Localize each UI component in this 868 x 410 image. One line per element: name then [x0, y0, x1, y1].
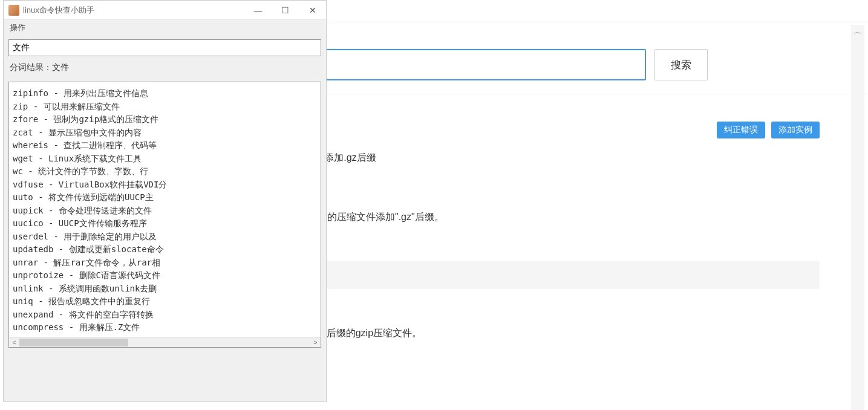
list-item[interactable]: uupick - 命令处理传送进来的文件 — [13, 204, 317, 218]
correct-error-button[interactable]: 纠正错误 — [717, 122, 765, 138]
list-item[interactable]: userdel - 用于删除给定的用户以及 — [13, 230, 317, 244]
maximize-button[interactable]: ☐ — [272, 1, 299, 20]
list-item[interactable]: zip - 可以用来解压缩文件 — [13, 100, 317, 114]
add-example-button[interactable]: 添加实例 — [771, 122, 820, 138]
list-item[interactable]: zcat - 显示压缩包中文件的内容 — [13, 126, 317, 140]
scroll-up-arrow-icon[interactable]: ︿ — [851, 25, 864, 38]
menu-operation[interactable]: 操作 — [4, 20, 326, 37]
vertical-scrollbar[interactable]: ︿ — [851, 25, 864, 410]
results-list: zipinfo - 用来列出压缩文件信息zip - 可以用来解压缩文件zfore… — [8, 82, 321, 348]
assistant-window: linux命令快查小助手 — ☐ ✕ 操作 分词结果：文件 zipinfo - … — [3, 0, 327, 402]
list-item[interactable]: unprotoize - 删除C语言源代码文件 — [13, 269, 317, 282]
assistant-search-input[interactable] — [8, 39, 321, 56]
list-item[interactable]: uniq - 报告或忽略文件中的重复行 — [13, 295, 317, 308]
list-item[interactable]: zfore - 强制为gzip格式的压缩文件 — [13, 113, 317, 126]
close-button[interactable]: ✕ — [299, 1, 326, 20]
list-item[interactable]: wget - Linux系统下载文件工具 — [13, 152, 317, 166]
list-item[interactable]: whereis - 查找二进制程序、代码等 — [13, 139, 317, 152]
scroll-thumb[interactable] — [19, 339, 128, 347]
list-item[interactable]: uuto - 将文件传送到远端的UUCP主 — [13, 191, 317, 204]
list-item[interactable]: vdfuse - VirtualBox软件挂载VDI分 — [13, 178, 317, 192]
search-button[interactable]: 搜索 — [654, 49, 708, 80]
assistant-titlebar[interactable]: linux命令快查小助手 — ☐ ✕ — [4, 1, 326, 20]
list-item[interactable]: wc - 统计文件的字节数、字数、行 — [13, 165, 317, 178]
list-item[interactable]: zipinfo - 用来列出压缩文件信息 — [13, 87, 317, 100]
horizontal-scrollbar[interactable]: < > — [9, 337, 321, 347]
list-item[interactable]: updatedb - 创建或更新slocate命令 — [13, 243, 317, 256]
scroll-right-arrow-icon[interactable]: > — [310, 337, 321, 348]
main-search-input[interactable] — [289, 49, 646, 80]
list-item[interactable]: uucico - UUCP文件传输服务程序 — [13, 217, 317, 230]
token-result-label: 分词结果：文件 — [4, 59, 326, 77]
list-item[interactable]: uncompress - 用来解压.Z文件 — [13, 321, 317, 334]
app-icon — [8, 5, 19, 16]
minimize-button[interactable]: — — [244, 1, 272, 20]
window-title: linux命令快查小助手 — [23, 5, 94, 16]
list-item[interactable]: unexpand - 将文件的空白字符转换 — [13, 308, 317, 322]
scroll-left-arrow-icon[interactable]: < — [9, 337, 19, 348]
list-item[interactable]: unrar - 解压rar文件命令，从rar相 — [13, 256, 317, 270]
list-item[interactable]: unlink - 系统调用函数unlink去删 — [13, 282, 317, 296]
